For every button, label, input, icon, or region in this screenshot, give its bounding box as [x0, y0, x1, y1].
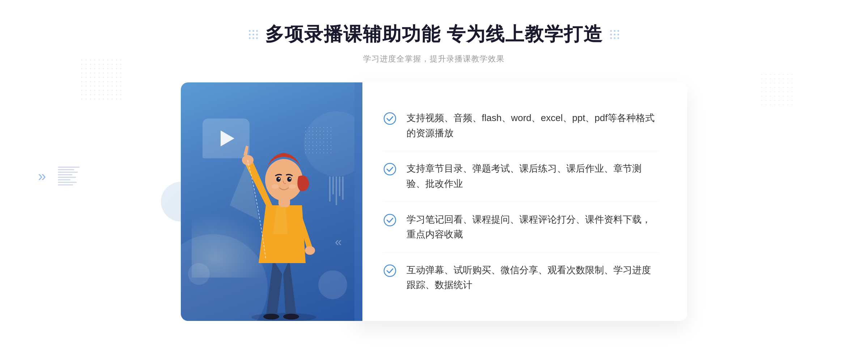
header-title-row: 多项录播课辅助功能 专为线上教学打造	[249, 22, 619, 47]
svg-point-14	[384, 163, 396, 175]
dots-decoration-left	[249, 30, 258, 39]
svg-point-15	[384, 214, 396, 226]
feature-text-3: 学习笔记回看、课程提问、课程评论打分、课件资料下载，重点内容收藏	[407, 212, 658, 242]
dots-decoration-right	[610, 30, 619, 39]
semi-circle-2	[188, 263, 210, 285]
check-icon-3	[383, 214, 396, 227]
svg-point-9	[278, 178, 280, 179]
svg-point-12	[289, 184, 296, 189]
chevron-left-decoration: »	[38, 168, 46, 184]
page-wrapper: » 多项录播课辅助功能 专为线上教学打造 学习进度全掌握，提升录播课教学效果	[0, 0, 868, 352]
svg-point-7	[276, 177, 281, 182]
svg-point-2	[283, 314, 299, 319]
feature-text-4: 互动弹幕、试听购买、微信分享、观看次数限制、学习进度跟踪、数据统计	[407, 263, 658, 293]
person-figure	[230, 133, 338, 321]
blue-bar-separator	[354, 82, 362, 321]
check-icon-4	[383, 264, 396, 277]
header-section: 多项录播课辅助功能 专为线上教学打造 学习进度全掌握，提升录播课教学效果	[249, 22, 619, 64]
svg-point-10	[289, 178, 291, 179]
feature-text-1: 支持视频、音频、flash、word、excel、ppt、pdf等各种格式的资源…	[407, 111, 658, 141]
svg-point-8	[287, 177, 292, 182]
svg-point-11	[272, 184, 279, 189]
feature-item-3: 学习笔记回看、课程提问、课程评论打分、课件资料下载，重点内容收藏	[383, 202, 658, 253]
features-panel: 支持视频、音频、flash、word、excel、ppt、pdf等各种格式的资源…	[354, 82, 687, 321]
feature-item-4: 互动弹幕、试听购买、微信分享、观看次数限制、学习进度跟踪、数据统计	[383, 253, 658, 303]
illustration-panel: «	[181, 82, 354, 321]
check-icon-1	[383, 112, 396, 125]
content-area: «	[181, 82, 687, 321]
subtitle: 学习进度全掌握，提升录播课教学效果	[249, 53, 619, 64]
svg-point-6	[265, 159, 303, 201]
main-title: 多项录播课辅助功能 专为线上教学打造	[265, 22, 603, 47]
gray-lines-decoration	[58, 167, 80, 185]
feature-text-2: 支持章节目录、弹题考试、课后练习、课后作业、章节测验、批改作业	[407, 161, 658, 191]
check-icon-2	[383, 163, 396, 176]
bg-dots-right	[760, 72, 796, 108]
feature-item-2: 支持章节目录、弹题考试、课后练习、课后作业、章节测验、批改作业	[383, 151, 658, 202]
svg-point-1	[263, 314, 279, 319]
svg-point-16	[384, 265, 396, 276]
bg-dots-left	[80, 58, 123, 101]
svg-point-4	[305, 246, 315, 255]
svg-point-13	[384, 113, 396, 124]
feature-item-1: 支持视频、音频、flash、word、excel、ppt、pdf等各种格式的资源…	[383, 100, 658, 151]
